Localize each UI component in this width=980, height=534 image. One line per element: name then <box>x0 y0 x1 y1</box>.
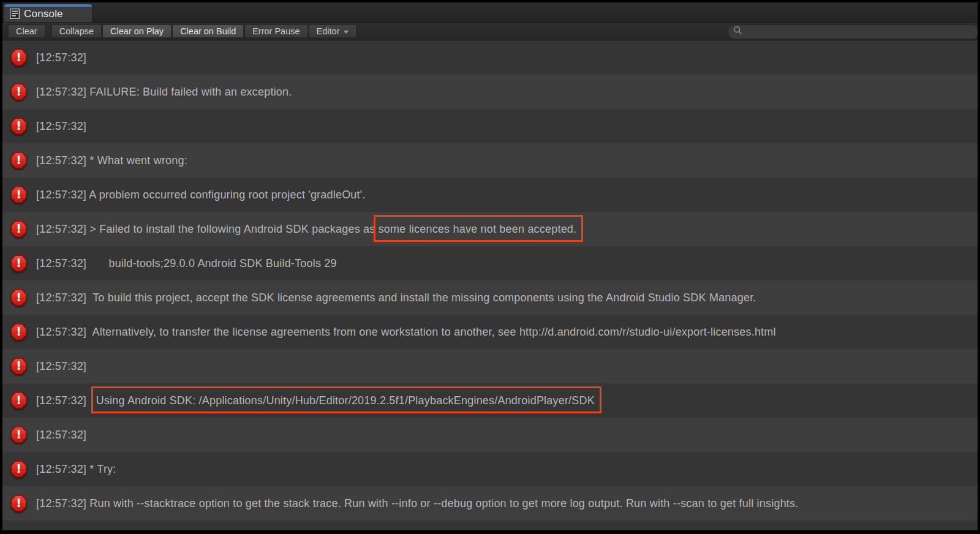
log-text <box>89 394 96 407</box>
toolbar-button-group: ClearCollapseClear on PlayClear on Build… <box>8 24 357 38</box>
console-log: ![12:57:32] ![12:57:32] FAILURE: Build f… <box>2 40 978 530</box>
toolbar-button-label: Clear <box>16 26 37 36</box>
log-entry[interactable]: ![12:57:32] <box>2 418 978 452</box>
toolbar-button-label: Error Pause <box>252 26 300 36</box>
log-entry[interactable]: ![12:57:32] FAILURE: Build failed with a… <box>2 75 978 109</box>
toolbar-button-collapse[interactable]: Collapse <box>51 24 102 38</box>
log-text: A problem occurred configuring root proj… <box>89 189 365 201</box>
log-message: [12:57:32] A problem occurred configurin… <box>36 189 366 201</box>
highlighted-log-text: some licences have not been accepted. <box>379 223 577 235</box>
log-timestamp: [12:57:32] <box>36 223 86 235</box>
log-entry[interactable]: ![12:57:32] To build this project, accep… <box>2 280 978 315</box>
search-input[interactable] <box>742 24 978 39</box>
log-entry[interactable]: ![12:57:32] <box>2 40 978 75</box>
toolbar-button-label: Clear on Build <box>180 26 236 36</box>
error-icon: ! <box>10 49 27 67</box>
error-icon: ! <box>10 323 27 341</box>
error-icon: ! <box>10 289 27 307</box>
annotation-box <box>374 215 584 242</box>
log-message: [12:57:32] > Failed to install the follo… <box>36 223 576 236</box>
error-icon: ! <box>10 152 27 170</box>
log-message: [12:57:32] Run with --stacktrace option … <box>36 497 798 510</box>
log-text: FAILURE: Build failed with an exception. <box>89 86 292 98</box>
toolbar-button-label: Clear on Play <box>110 26 164 36</box>
error-icon: ! <box>10 255 27 273</box>
log-text: Run with --stacktrace option to get the … <box>89 497 798 510</box>
log-message: [12:57:32] <box>36 120 89 133</box>
unity-console-window: Console ClearCollapseClear on PlayClear … <box>0 0 980 534</box>
log-message: [12:57:32] <box>36 429 89 442</box>
dropdown-arrow-icon <box>344 31 349 34</box>
error-icon: ! <box>10 83 27 101</box>
log-message: [12:57:32] * What went wrong: <box>36 154 187 167</box>
log-message: [12:57:32] <box>36 51 89 64</box>
log-timestamp: [12:57:32] <box>36 257 86 269</box>
log-entry[interactable]: ![12:57:32] > Failed to install the foll… <box>2 212 978 246</box>
log-message: [12:57:32] FAILURE: Build failed with an… <box>36 86 292 99</box>
error-icon: ! <box>10 495 27 513</box>
tab-title: Console <box>24 8 63 20</box>
log-entry[interactable]: ![12:57:32] Alternatively, to transfer t… <box>2 315 978 349</box>
log-timestamp: [12:57:32] <box>36 154 86 167</box>
toolbar-button-clear-on-play[interactable]: Clear on Play <box>102 24 172 38</box>
log-message: [12:57:32] Using Android SDK: /Applicati… <box>36 394 595 407</box>
error-icon: ! <box>10 392 27 410</box>
log-timestamp: [12:57:32] <box>36 463 86 475</box>
log-entry[interactable]: ![12:57:32] * What went wrong: <box>2 143 978 178</box>
log-timestamp: [12:57:32] <box>36 86 86 98</box>
log-text: * Try: <box>89 463 116 475</box>
highlighted-log-text: Using Android SDK: /Applications/Unity/H… <box>96 394 595 407</box>
log-text: > Failed to install the following Androi… <box>89 223 378 235</box>
console-toolbar: ClearCollapseClear on PlayClear on Build… <box>2 22 978 40</box>
log-entry[interactable]: ![12:57:32] build-tools;29.0.0 Android S… <box>2 246 978 280</box>
log-text: To build this project, accept the SDK li… <box>89 291 756 304</box>
error-icon: ! <box>10 118 27 135</box>
toolbar-button-editor[interactable]: Editor <box>309 24 357 38</box>
console-icon <box>10 9 20 19</box>
log-timestamp: [12:57:32] <box>36 291 86 304</box>
log-timestamp: [12:57:32] <box>36 360 86 372</box>
annotation-box <box>91 386 601 413</box>
toolbar-button-error-pause[interactable]: Error Pause <box>244 24 307 38</box>
error-icon: ! <box>10 426 27 444</box>
toolbar-button-clear[interactable]: Clear <box>8 24 45 38</box>
error-icon: ! <box>10 461 27 478</box>
log-timestamp: [12:57:32] <box>36 429 86 441</box>
tab-bar: Console <box>2 2 978 22</box>
log-entry[interactable]: ![12:57:32] <box>2 109 978 143</box>
log-entry[interactable]: ![12:57:32] <box>2 349 978 383</box>
error-icon: ! <box>10 186 27 204</box>
log-message: [12:57:32] To build this project, accept… <box>36 291 756 304</box>
log-timestamp: [12:57:32] <box>36 189 86 201</box>
search-icon <box>733 26 742 37</box>
log-message: [12:57:32] build-tools;29.0.0 Android SD… <box>36 257 337 270</box>
log-text: * What went wrong: <box>89 154 187 167</box>
log-entry[interactable]: ![12:57:32] * Try: <box>2 452 978 486</box>
toolbar-button-label: Collapse <box>59 26 94 36</box>
tab-active-accent <box>4 4 92 7</box>
toolbar-button-label: Editor <box>317 26 340 36</box>
log-timestamp: [12:57:32] <box>36 120 86 132</box>
toolbar-button-clear-on-build[interactable]: Clear on Build <box>172 24 244 38</box>
log-text: Alternatively, to transfer the license a… <box>89 326 775 338</box>
log-timestamp: [12:57:32] <box>36 497 86 510</box>
error-icon: ! <box>10 220 27 238</box>
log-timestamp: [12:57:32] <box>36 51 86 64</box>
log-timestamp: [12:57:32] <box>36 326 86 338</box>
log-text: build-tools;29.0.0 Android SDK Build-Too… <box>89 257 336 269</box>
log-timestamp: [12:57:32] <box>36 394 86 407</box>
tab-console[interactable]: Console <box>4 4 92 22</box>
log-entry[interactable]: ![12:57:32] Using Android SDK: /Applicat… <box>2 383 978 418</box>
log-message: [12:57:32] * Try: <box>36 463 116 476</box>
search-field[interactable] <box>728 24 978 39</box>
log-message: [12:57:32] <box>36 360 89 373</box>
log-message: [12:57:32] Alternatively, to transfer th… <box>36 326 776 339</box>
log-entry[interactable]: ![12:57:32] Run with --stacktrace option… <box>2 486 978 521</box>
log-entry[interactable]: ![12:57:32] A problem occurred configuri… <box>2 178 978 212</box>
error-icon: ! <box>10 358 27 375</box>
